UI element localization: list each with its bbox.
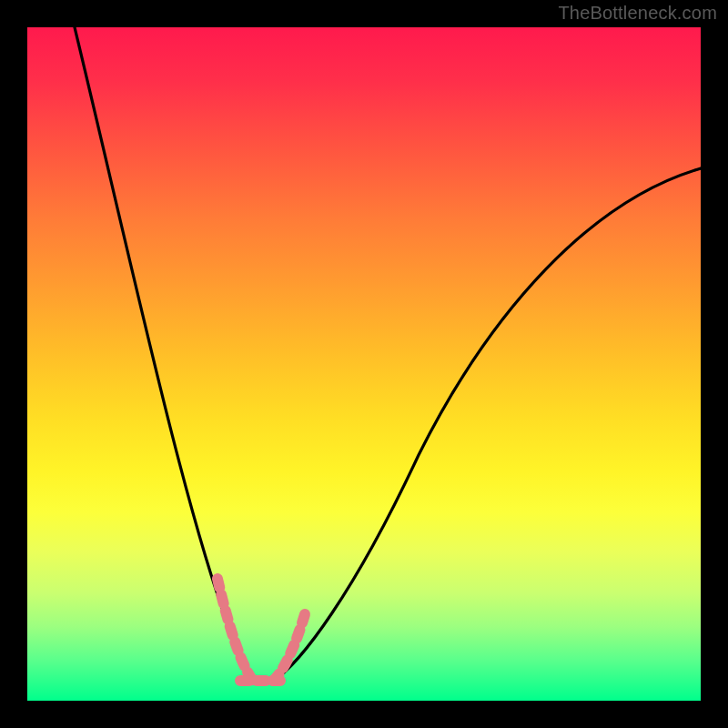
chart-container: TheBottleneck.com (0, 0, 728, 728)
highlight-right (273, 614, 305, 681)
plot-area (27, 27, 701, 701)
curve-layer (27, 27, 701, 701)
highlight-left (217, 579, 253, 681)
bottleneck-curve (75, 27, 701, 681)
watermark-text: TheBottleneck.com (558, 3, 717, 24)
